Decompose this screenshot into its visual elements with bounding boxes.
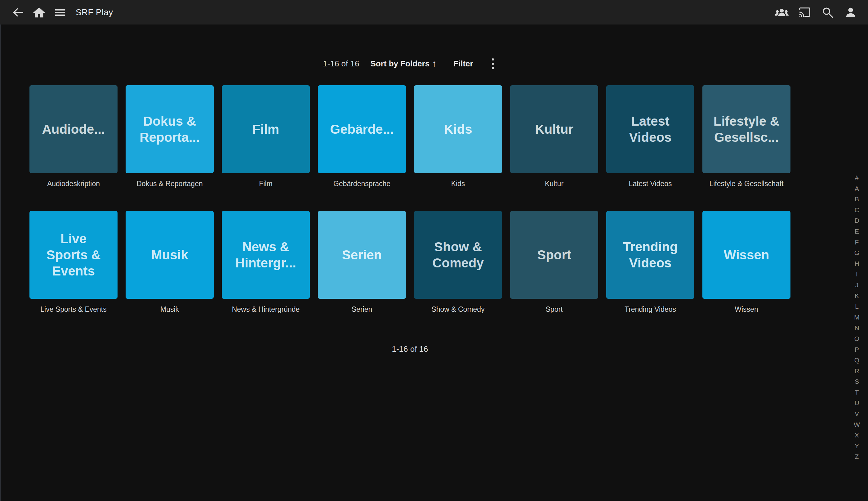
library-card-tile: News & Hintergr... [222, 211, 310, 299]
alpha-picker-letter[interactable]: R [847, 366, 866, 376]
alpha-picker-letter[interactable]: F [847, 237, 866, 248]
library-grid: Audiode... Audiodeskription Dokus & Repo… [30, 85, 791, 313]
library-card[interactable]: Trending Videos Trending Videos [606, 211, 694, 313]
library-card[interactable]: Kultur Kultur [510, 85, 598, 188]
library-card[interactable]: Lifestyle & Gesellsc... Lifestyle & Gese… [702, 85, 791, 188]
library-card-label: Audiodeskription [30, 179, 118, 188]
group-people-icon [775, 6, 789, 19]
library-card-title: Wissen [724, 247, 769, 263]
library-card-title: Sport [537, 247, 571, 263]
kebab-dot [492, 63, 494, 65]
library-card[interactable]: Sport Sport [510, 211, 598, 313]
alpha-picker-letter[interactable]: # [847, 172, 866, 183]
library-card-label: Gebärdensprache [318, 179, 406, 188]
alpha-picker-letter[interactable]: I [847, 269, 866, 280]
library-card-title: Trending Videos [623, 239, 677, 271]
library-card-tile: Latest Videos [606, 85, 694, 173]
user-icon [844, 6, 857, 19]
library-card-tile: Wissen [702, 211, 791, 299]
library-card[interactable]: Live Sports & Events Live Sports & Event… [30, 211, 118, 313]
alpha-picker-letter[interactable]: G [847, 247, 866, 258]
library-card-tile: Serien [318, 211, 406, 299]
alpha-picker-letter[interactable]: Q [847, 355, 866, 366]
library-card-label: Dokus & Reportagen [126, 179, 214, 188]
alpha-picker-letter[interactable]: O [847, 333, 866, 344]
window-left-edge [0, 0, 1, 501]
library-card-tile: Sport [510, 211, 598, 299]
alpha-picker-letter[interactable]: K [847, 291, 866, 301]
alpha-picker-letter[interactable]: S [847, 376, 866, 387]
home-icon [33, 6, 46, 19]
alpha-picker-letter[interactable]: M [847, 312, 866, 323]
library-card-label: Kids [414, 179, 502, 188]
home-button[interactable] [33, 6, 45, 19]
library-card-label: Musik [126, 305, 214, 313]
library-card-title: Audiode... [42, 121, 105, 137]
library-card-title: News & Hintergr... [235, 239, 296, 271]
library-card[interactable]: Kids Kids [414, 85, 502, 188]
library-card-label: Kultur [510, 179, 598, 188]
overflow-menu-button[interactable] [489, 56, 497, 71]
library-card[interactable]: Audiode... Audiodeskription [30, 85, 118, 188]
cast-icon [798, 6, 812, 19]
library-card[interactable]: Wissen Wissen [702, 211, 791, 313]
library-card[interactable]: Musik Musik [126, 211, 214, 313]
alpha-picker-letter[interactable]: P [847, 344, 866, 355]
alpha-picker-letter[interactable]: W [847, 419, 866, 430]
alpha-picker-letter[interactable]: A [847, 183, 866, 194]
menu-button[interactable] [54, 6, 66, 19]
back-arrow-icon [11, 6, 24, 19]
library-card-label: Sport [510, 305, 598, 313]
library-card[interactable]: Film Film [222, 85, 310, 188]
alpha-picker-letter[interactable]: Z [847, 451, 866, 462]
library-card-tile: Kids [414, 85, 502, 173]
alpha-picker-letter[interactable]: C [847, 205, 866, 216]
alpha-picker-letter[interactable]: D [847, 215, 866, 226]
alpha-picker-letter[interactable]: N [847, 323, 866, 333]
library-card[interactable]: Show & Comedy Show & Comedy [414, 211, 502, 313]
alpha-picker-letter[interactable]: V [847, 408, 866, 419]
alpha-picker-letter[interactable]: H [847, 258, 866, 269]
sort-button-label: Sort by Folders [370, 59, 430, 68]
alpha-picker-letter[interactable]: E [847, 226, 866, 237]
library-card[interactable]: Latest Videos Latest Videos [606, 85, 694, 188]
page-title: SRF Play [76, 8, 113, 17]
library-card[interactable]: News & Hintergr... News & Hintergründe [222, 211, 310, 313]
sort-button[interactable]: Sort by Folders ↑ [370, 59, 437, 68]
paging-text-bottom: 1-16 of 16 [30, 344, 791, 354]
search-button[interactable] [822, 6, 834, 19]
library-card-label: Trending Videos [606, 305, 694, 313]
hamburger-menu-icon [54, 6, 67, 19]
paging-text-top: 1-16 of 16 [323, 59, 359, 68]
library-card[interactable]: Dokus & Reporta... Dokus & Reportagen [126, 85, 214, 188]
syncplay-button[interactable] [775, 6, 788, 19]
library-card-tile: Audiode... [30, 85, 118, 173]
user-button[interactable] [844, 6, 857, 19]
alpha-picker-letter[interactable]: L [847, 301, 866, 312]
library-card-tile: Lifestyle & Gesellsc... [702, 85, 791, 173]
library-card-tile: Gebärde... [318, 85, 406, 173]
alpha-picker-letter[interactable]: T [847, 387, 866, 398]
alpha-picker-letter[interactable]: U [847, 398, 866, 408]
library-card-tile: Kultur [510, 85, 598, 173]
library-card[interactable]: Serien Serien [318, 211, 406, 313]
library-card-title: Kultur [535, 121, 573, 137]
filter-button[interactable]: Filter [453, 59, 473, 68]
alpha-picker-letter[interactable]: B [847, 194, 866, 205]
library-card-label: Serien [318, 305, 406, 313]
library-card-title: Live Sports & Events [46, 231, 100, 279]
cast-button[interactable] [799, 6, 811, 19]
library-card-title: Lifestyle & Gesellsc... [714, 113, 779, 146]
library-card-tile: Show & Comedy [414, 211, 502, 299]
library-card[interactable]: Gebärde... Gebärdensprache [318, 85, 406, 188]
library-card-tile: Trending Videos [606, 211, 694, 299]
library-card-title: Show & Comedy [432, 239, 484, 271]
alpha-picker-letter[interactable]: J [847, 280, 866, 291]
alpha-picker-letter[interactable]: Y [847, 441, 866, 452]
app-bar: SRF Play [0, 0, 868, 24]
library-card-label: Film [222, 179, 310, 188]
alpha-picker-letter[interactable]: X [847, 430, 866, 441]
sort-ascending-arrow-icon: ↑ [432, 59, 437, 68]
back-button[interactable] [12, 6, 24, 19]
library-card-label: Live Sports & Events [30, 305, 118, 313]
